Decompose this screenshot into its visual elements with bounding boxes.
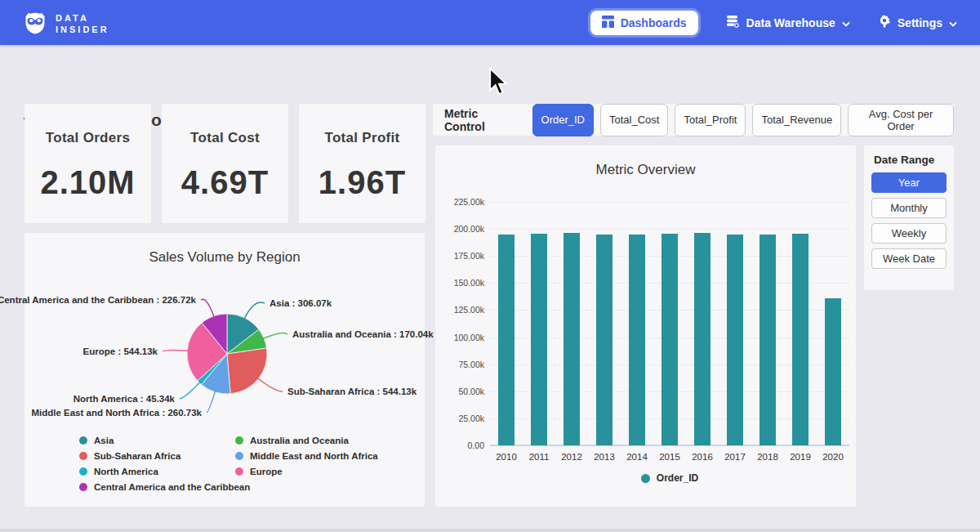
bar-chart-legend[interactable]: Order_ID <box>490 472 849 484</box>
settings-menu[interactable]: Settings <box>878 15 957 30</box>
x-axis-tick: 2013 <box>588 452 621 462</box>
bar-2011[interactable] <box>531 234 547 445</box>
legend-label: North America <box>94 467 158 476</box>
legend-label: Sub-Saharan Africa <box>94 451 180 461</box>
legend-dot <box>79 452 87 460</box>
pie-legend: AsiaAustralia and OceaniaSub-Saharan Afr… <box>79 436 378 492</box>
x-axis-tick: 2018 <box>751 452 784 462</box>
pie-leader-line <box>180 382 200 399</box>
x-axis-tick: 2015 <box>653 452 686 462</box>
pie-legend-item-middle-east-and-north-africa[interactable]: Middle East and North Africa <box>235 451 378 461</box>
y-axis-tick: 50.00k <box>442 387 484 396</box>
x-axis-tick: 2010 <box>490 452 523 462</box>
bar-2020[interactable] <box>825 298 841 445</box>
metric-control-options: Order_IDTotal_CostTotal_ProfitTotal_Reve… <box>532 104 954 136</box>
gear-icon <box>878 15 891 30</box>
x-axis-tick: 2011 <box>523 452 555 462</box>
bar-2016[interactable] <box>694 233 710 445</box>
bar-2015[interactable] <box>662 234 678 445</box>
legend-dot <box>79 483 87 491</box>
chevron-down-icon <box>842 16 850 29</box>
dashboards-label: Dashboards <box>621 16 687 29</box>
pie-leader-line <box>263 333 287 338</box>
legend-dot <box>79 436 87 445</box>
gridline <box>490 229 849 230</box>
dashboards-button[interactable]: Dashboards <box>590 11 698 35</box>
pie-slice-sub-saharan-africa[interactable] <box>227 348 267 394</box>
pie-label-australia-and-oceania: Australia and Oceania : 170.04k <box>292 329 434 339</box>
date-range-panel: Date Range YearMonthlyWeeklyWeek Date <box>864 145 954 290</box>
legend-label: Middle East and North Africa <box>250 451 378 461</box>
kpi-label: Total Cost <box>162 130 288 146</box>
legend-label: Europe <box>250 467 283 476</box>
bar-2018[interactable] <box>760 235 776 445</box>
metric-option-total-revenue[interactable]: Total_Revenue <box>752 104 841 136</box>
legend-dot <box>79 467 87 476</box>
y-axis-tick: 150.00k <box>442 278 484 288</box>
pie-legend-item-central-america-and-the-caribbean[interactable]: Central America and the Caribbean <box>79 482 235 492</box>
y-axis-tick: 225.00k <box>442 197 484 207</box>
kpi-label: Total Profit <box>299 130 425 146</box>
date-range-label: Date Range <box>874 154 947 166</box>
metric-option-avg-cost-per-order[interactable]: Avg. Cost per Order <box>848 104 954 136</box>
pie-label-central-america-and-the-caribbean: Central America and the Caribbean : 226.… <box>0 295 196 305</box>
kpi-value: 1.96T <box>299 164 425 201</box>
date-range-option-year[interactable]: Year <box>871 172 947 193</box>
bar-2017[interactable] <box>727 235 743 445</box>
y-axis-tick: 100.00k <box>442 333 484 342</box>
y-axis-tick: 200.00k <box>442 224 484 234</box>
pie-leader-line <box>163 350 188 351</box>
bar-2014[interactable] <box>629 235 645 445</box>
y-axis-tick: 125.00k <box>442 305 484 315</box>
app-root: DATA INSIDER Dashboards <box>0 0 980 532</box>
kpi-value: 4.69T <box>162 164 288 201</box>
data-warehouse-menu[interactable]: Data Warehouse <box>726 15 850 31</box>
top-navbar: DATA INSIDER Dashboards <box>0 0 980 45</box>
legend-dot <box>641 474 650 483</box>
legend-label: Order_ID <box>657 472 698 484</box>
pie-label-sub-saharan-africa: Sub-Saharan Africa : 544.13k <box>287 387 416 396</box>
brand[interactable]: DATA INSIDER <box>23 9 109 38</box>
chevron-down-icon <box>949 16 957 29</box>
x-axis-tick: 2012 <box>555 452 588 462</box>
pie-legend-item-europe[interactable]: Europe <box>235 467 378 476</box>
pie-label-asia: Asia : 306.07k <box>270 298 332 308</box>
settings-label: Settings <box>898 16 942 29</box>
database-icon <box>726 15 740 31</box>
pie-leader-line <box>244 302 265 319</box>
pie-chart-card: Sales Volume by Region Asia : 306.07kAus… <box>24 233 425 507</box>
y-axis-tick: 0.00 <box>442 440 484 450</box>
legend-label: Central America and the Caribbean <box>94 482 250 492</box>
pie-legend-item-australia-and-oceania[interactable]: Australia and Oceania <box>235 436 378 445</box>
metric-control-label: Metric Control <box>444 107 521 133</box>
bar-2010[interactable] <box>498 235 514 446</box>
page-header: Sales Dashboard Add Filter Boost: Off <box>0 45 980 96</box>
nav-right: Dashboards Data Warehouse <box>590 0 957 45</box>
gridline <box>490 202 849 203</box>
metric-option-order-id[interactable]: Order_ID <box>532 104 594 136</box>
bar-2013[interactable] <box>596 235 612 445</box>
pie-label-europe: Europe : 544.13k <box>83 346 158 356</box>
kpi-card-total-profit: Total Profit 1.96T <box>299 104 425 223</box>
bar-2019[interactable] <box>792 234 808 445</box>
x-axis-tick: 2020 <box>817 452 849 462</box>
bar-2012[interactable] <box>564 233 580 445</box>
date-range-option-weekly[interactable]: Weekly <box>871 223 947 244</box>
pie-legend-item-asia[interactable]: Asia <box>79 436 235 445</box>
metric-option-total-cost[interactable]: Total_Cost <box>600 104 668 136</box>
metric-option-total-profit[interactable]: Total_Profit <box>675 104 746 136</box>
legend-dot <box>235 452 243 460</box>
y-axis-tick: 75.00k <box>442 360 484 369</box>
bottom-strip <box>0 529 980 532</box>
date-range-option-monthly[interactable]: Monthly <box>871 198 947 218</box>
legend-label: Australia and Oceania <box>250 436 349 445</box>
x-axis-tick: 2017 <box>719 452 751 462</box>
pie-legend-item-sub-saharan-africa[interactable]: Sub-Saharan Africa <box>79 451 235 461</box>
bar-chart-plot: 0.0025.00k50.00k75.00k100.00k125.00k150.… <box>435 145 856 507</box>
metric-control-bar: Metric Control Order_IDTotal_CostTotal_P… <box>433 104 954 136</box>
date-range-option-week-date[interactable]: Week Date <box>871 248 947 269</box>
kpi-card-total-orders: Total Orders 2.10M <box>24 104 151 223</box>
owl-logo-icon <box>23 9 47 38</box>
pie-legend-item-north-america[interactable]: North America <box>79 467 235 476</box>
pie-leader-line <box>258 378 283 391</box>
